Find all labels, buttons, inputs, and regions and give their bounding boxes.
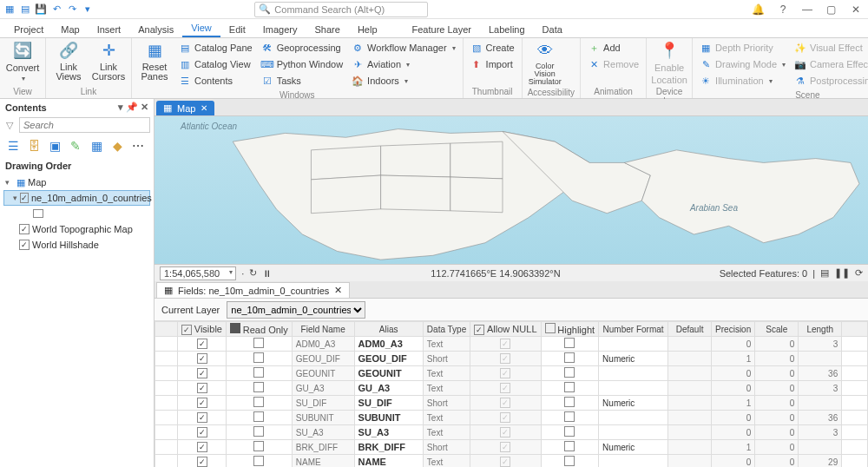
header-highlight[interactable]: Highlight xyxy=(541,322,599,337)
qat-more-icon[interactable]: ▾ xyxy=(82,3,94,16)
catalog-pane-button[interactable]: ▤Catalog Pane xyxy=(177,40,254,56)
visual-effect-button[interactable]: ✨Visual Effect▾ xyxy=(792,40,868,56)
more-icon[interactable]: ⋯ xyxy=(130,138,146,154)
reset-panes-button[interactable]: ▦Reset Panes xyxy=(137,40,172,82)
notifications-icon[interactable]: 🔔 xyxy=(750,3,767,16)
aviation-button[interactable]: ✈Aviation▾ xyxy=(350,56,457,72)
pane-options-icon[interactable]: ▾ xyxy=(118,102,123,113)
table-row[interactable]: SU_A3SU_A3Text003 xyxy=(155,425,868,440)
highlight-checkbox[interactable] xyxy=(564,441,575,451)
pane-close-icon[interactable]: ✕ xyxy=(141,102,148,113)
readonly-checkbox[interactable] xyxy=(253,426,264,437)
numberformat-cell[interactable] xyxy=(599,455,668,468)
tab-help[interactable]: Help xyxy=(349,22,386,37)
list-by-selection-icon[interactable]: ▣ xyxy=(47,138,62,154)
tab-view[interactable]: View xyxy=(182,20,220,37)
workflow-manager-button[interactable]: ⚙Workflow Manager▾ xyxy=(350,40,457,56)
close-icon[interactable]: ✕ xyxy=(847,3,865,16)
filter-icon[interactable]: ▽ xyxy=(3,120,16,131)
import-thumbnail-button[interactable]: ⬆Import xyxy=(469,56,516,72)
depth-priority-button[interactable]: ▦Depth Priority xyxy=(698,40,787,56)
header-datatype[interactable]: Data Type xyxy=(423,322,470,337)
numberformat-cell[interactable] xyxy=(599,411,668,425)
alias-cell[interactable]: SU_DIF xyxy=(354,396,423,411)
tab-project[interactable]: Project xyxy=(5,22,52,37)
undo-icon[interactable]: ↶ xyxy=(50,3,62,16)
highlight-checkbox[interactable] xyxy=(564,397,575,407)
visible-checkbox[interactable] xyxy=(197,442,207,452)
alias-cell[interactable]: SU_A3 xyxy=(354,425,423,440)
visible-checkbox[interactable] xyxy=(197,427,207,437)
numberformat-cell[interactable] xyxy=(599,381,668,396)
numberformat-cell[interactable]: Numeric xyxy=(599,396,668,411)
table-row[interactable]: BRK_DIFFBRK_DIFFShortNumeric10 xyxy=(155,440,868,455)
readonly-checkbox[interactable] xyxy=(253,411,264,422)
contents-search-input[interactable] xyxy=(19,117,150,133)
pane-pin-icon[interactable]: 📌 xyxy=(126,102,138,113)
tasks-button[interactable]: ☑Tasks xyxy=(260,73,345,89)
tab-data[interactable]: Data xyxy=(534,22,571,37)
header-numberformat[interactable]: Number Format xyxy=(599,322,668,337)
header-default[interactable]: Default xyxy=(668,322,712,337)
readonly-checkbox[interactable] xyxy=(253,397,264,407)
header-allownull[interactable]: Allow NULL xyxy=(470,322,541,337)
table-row[interactable]: ADM0_A3ADM0_A3Text003 xyxy=(155,337,868,352)
highlight-checkbox[interactable] xyxy=(564,456,575,466)
table-row[interactable]: SUBUNITSUBUNITText0036 xyxy=(155,411,868,425)
tab-analysis[interactable]: Analysis xyxy=(129,22,182,37)
numberformat-cell[interactable]: Numeric xyxy=(599,440,668,455)
map-view[interactable]: Atlantic Ocean Arabian Sea xyxy=(155,116,868,264)
readonly-checkbox[interactable] xyxy=(253,382,264,392)
layer-row-countries[interactable]: ▾✓ne_10m_admin_0_countries xyxy=(3,190,150,206)
alias-cell[interactable]: GEOUNIT xyxy=(354,366,423,381)
link-cursors-button[interactable]: ✛Link Cursors xyxy=(91,40,126,82)
illumination-button[interactable]: ☀Illumination▾ xyxy=(698,73,787,89)
list-by-labeling-icon[interactable]: ◆ xyxy=(109,138,125,154)
indoors-button[interactable]: 🏠Indoors▾ xyxy=(350,73,457,89)
tab-map[interactable]: Map xyxy=(52,22,88,37)
tab-edit[interactable]: Edit xyxy=(220,22,254,37)
alias-cell[interactable]: ADM0_A3 xyxy=(354,337,423,352)
help-icon[interactable]: ? xyxy=(774,3,792,16)
layer-row-topo[interactable]: ✓World Topographic Map xyxy=(3,221,150,237)
highlight-checkbox[interactable] xyxy=(564,382,575,392)
convert-button[interactable]: 🔄 Convert▾ xyxy=(5,40,40,82)
readonly-checkbox[interactable] xyxy=(253,352,264,363)
current-layer-dropdown[interactable]: ne_10m_admin_0_countries xyxy=(227,301,365,319)
fields-view-tab[interactable]: ▦Fields: ne_10m_admin_0_countries✕ xyxy=(156,282,350,298)
postprocessing-button[interactable]: ⚗Postprocessing Effects▾ xyxy=(792,73,868,89)
close-map-tab-icon[interactable]: ✕ xyxy=(201,103,207,113)
close-fields-tab-icon[interactable]: ✕ xyxy=(334,285,342,296)
link-views-button[interactable]: 🔗Link Views xyxy=(51,40,86,82)
alias-cell[interactable]: BRK_DIFF xyxy=(354,440,423,455)
alias-cell[interactable]: SUBUNIT xyxy=(354,411,423,425)
table-row[interactable]: GEOU_DIFGEOU_DIFShortNumeric10 xyxy=(155,352,868,366)
tab-labeling[interactable]: Labeling xyxy=(480,22,534,37)
header-length[interactable]: Length xyxy=(799,322,842,337)
visible-checkbox[interactable] xyxy=(197,412,207,423)
visible-checkbox[interactable] xyxy=(197,353,207,364)
catalog-view-button[interactable]: ▥Catalog View xyxy=(177,56,254,72)
create-thumbnail-button[interactable]: ▧Create xyxy=(469,40,516,56)
visible-checkbox[interactable] xyxy=(197,383,207,393)
minimize-icon[interactable]: — xyxy=(799,3,816,16)
list-by-source-icon[interactable]: 🗄 xyxy=(26,138,42,154)
header-scale[interactable]: Scale xyxy=(755,322,799,337)
header-precision[interactable]: Precision xyxy=(712,322,755,337)
maximize-icon[interactable]: ▢ xyxy=(823,3,840,16)
highlight-checkbox[interactable] xyxy=(564,426,575,437)
python-window-button[interactable]: ⌨Python Window xyxy=(260,56,345,72)
command-search[interactable]: 🔍 Command Search (Alt+Q) xyxy=(254,2,428,17)
refresh-icon[interactable]: ⟳ xyxy=(855,267,863,279)
visible-checkbox[interactable] xyxy=(197,398,207,408)
map-scale-dropdown[interactable]: 1:54,065,580 xyxy=(160,266,236,280)
readonly-checkbox[interactable] xyxy=(253,367,264,378)
geoprocessing-button[interactable]: 🛠Geoprocessing xyxy=(260,40,345,56)
color-vision-simulator-button[interactable]: 👁Color Vision Simulator xyxy=(528,40,562,86)
visible-checkbox[interactable] xyxy=(197,368,207,378)
readonly-checkbox[interactable] xyxy=(253,456,264,466)
header-fieldname[interactable]: Field Name xyxy=(292,322,354,337)
enable-location-button[interactable]: 📍EnableLocation xyxy=(652,40,687,85)
map-frame-row[interactable]: ▾▦Map xyxy=(3,174,150,190)
pause-draw-icon[interactable]: ⏸ xyxy=(262,268,272,279)
